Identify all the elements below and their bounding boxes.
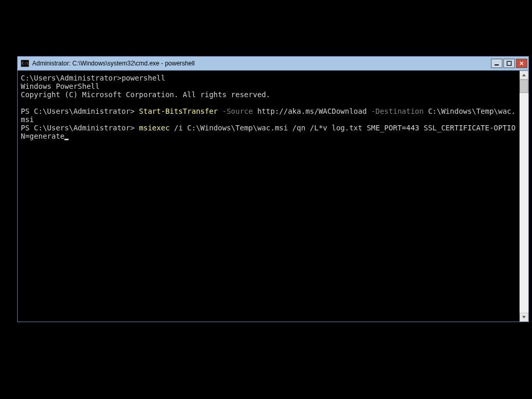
maximize-button[interactable] — [503, 59, 515, 68]
ps-prompt-2: PS C:\Users\Administrator> — [21, 124, 139, 132]
ps-banner-1: Windows PowerShell — [21, 82, 100, 90]
cmd-icon: C:\ — [21, 60, 29, 67]
minimize-button[interactable] — [491, 59, 502, 68]
scroll-up-button[interactable] — [520, 71, 528, 79]
scroll-down-button[interactable] — [520, 313, 528, 322]
scroll-thumb[interactable] — [520, 79, 528, 93]
svg-marker-5 — [522, 316, 526, 318]
ps-param-source: -Source — [218, 107, 252, 115]
ps-cmd-msiexec: msiexec — [139, 124, 170, 132]
ps-banner-2: Copyright (C) Microsoft Corporation. All… — [21, 90, 270, 99]
svg-rect-0 — [495, 64, 499, 65]
scroll-track[interactable] — [520, 79, 528, 313]
close-button[interactable] — [516, 59, 527, 68]
client-area: C:\Users\Administrator>powershell Window… — [18, 70, 528, 322]
cmd-window: C:\ Administrator: C:\Windows\system32\c… — [17, 56, 529, 322]
terminal-output[interactable]: C:\Users\Administrator>powershell Window… — [18, 71, 520, 322]
ps-prompt-1: PS C:\Users\Administrator> — [21, 107, 139, 115]
cursor-icon — [64, 139, 69, 140]
vertical-scrollbar[interactable] — [520, 71, 528, 322]
cmd-input: powershell — [122, 74, 165, 82]
window-title: Administrator: C:\Windows\system32\cmd.e… — [32, 60, 491, 67]
titlebar[interactable]: C:\ Administrator: C:\Windows\system32\c… — [18, 57, 528, 70]
cmd-prompt: C:\Users\Administrator> — [21, 74, 122, 82]
svg-marker-4 — [522, 74, 526, 76]
ps-value-source: http://aka.ms/WACDownload — [253, 107, 367, 115]
svg-rect-1 — [507, 61, 511, 65]
ps-param-dest: -Destination — [367, 107, 424, 115]
ps-cmdlet: Start-BitsTransfer — [139, 107, 218, 115]
window-controls — [491, 59, 527, 68]
